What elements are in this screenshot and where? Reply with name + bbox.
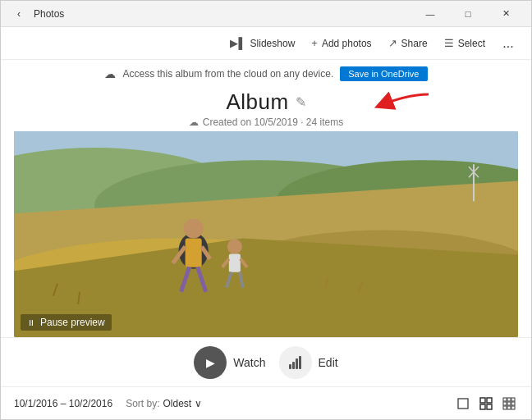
- svg-rect-44: [503, 406, 507, 409]
- slideshow-label: Slideshow: [250, 38, 296, 49]
- sort-by-dropdown[interactable]: Sort by: Oldest ∨: [126, 398, 202, 409]
- add-photos-icon: +: [311, 37, 318, 49]
- svg-rect-38: [503, 398, 507, 401]
- svg-rect-34: [480, 398, 485, 403]
- album-meta: ☁ Created on 10/5/2019 · 24 items: [189, 116, 343, 128]
- svg-point-16: [227, 240, 242, 254]
- photo-frame: ⏸ Pause preview: [14, 131, 518, 337]
- svg-rect-37: [487, 404, 492, 409]
- cloud-banner: ☁ Access this album from the cloud on an…: [1, 60, 531, 84]
- minimize-button[interactable]: —: [411, 1, 449, 27]
- window-controls: — □ ✕: [411, 1, 525, 27]
- app-title: Photos: [34, 8, 64, 20]
- cloud-icon: ☁: [104, 67, 116, 80]
- watch-button[interactable]: ▶ Watch: [194, 346, 265, 379]
- back-button[interactable]: ‹: [7, 2, 30, 25]
- save-onedrive-button[interactable]: Save in OneDrive: [340, 66, 427, 81]
- select-label: Select: [458, 38, 485, 49]
- svg-point-10: [184, 218, 204, 238]
- view-small-grid-button[interactable]: [500, 395, 518, 413]
- add-photos-label: Add photos: [322, 38, 372, 49]
- edit-icon-circle: [279, 346, 312, 379]
- play-icon: ▶: [206, 356, 215, 369]
- sort-value: Oldest: [163, 398, 191, 409]
- sort-by-label: Sort by:: [126, 398, 159, 409]
- svg-rect-17: [229, 254, 241, 272]
- svg-rect-42: [507, 402, 511, 405]
- photo-container: ⏸ Pause preview: [1, 131, 531, 337]
- album-meta-text: Created on 10/5/2019 · 24 items: [203, 116, 343, 128]
- select-icon: ☰: [444, 37, 454, 49]
- share-button[interactable]: ↗ Share: [382, 34, 434, 52]
- meta-cloud-icon: ☁: [189, 116, 199, 128]
- pause-label: Pause preview: [40, 317, 105, 328]
- edit-icon: [287, 354, 304, 371]
- svg-rect-46: [511, 406, 515, 409]
- date-range: 10/1/2016 – 10/2/2016: [14, 398, 112, 409]
- svg-rect-39: [507, 398, 511, 401]
- titlebar: ‹ Photos — □ ✕: [1, 1, 531, 27]
- svg-rect-40: [511, 398, 515, 401]
- edit-title-button[interactable]: ✎: [296, 94, 306, 110]
- album-header: Album ✎ ☁ Created on 10/5/2: [1, 84, 531, 131]
- slideshow-button[interactable]: ▶▌ Slideshow: [223, 34, 301, 52]
- svg-rect-36: [480, 404, 485, 409]
- svg-rect-29: [289, 364, 291, 369]
- svg-rect-33: [458, 399, 468, 409]
- select-button[interactable]: ☰ Select: [438, 34, 492, 52]
- svg-rect-31: [296, 358, 298, 369]
- view-single-button[interactable]: [454, 395, 472, 413]
- sort-chevron: ∨: [195, 398, 202, 409]
- share-icon: ↗: [388, 37, 397, 49]
- close-button[interactable]: ✕: [487, 1, 525, 27]
- pause-preview-button[interactable]: ⏸ Pause preview: [21, 314, 112, 331]
- footer-bar: 10/1/2016 – 10/2/2016 Sort by: Oldest ∨: [1, 386, 531, 419]
- svg-rect-30: [292, 362, 295, 369]
- edit-label: Edit: [319, 356, 338, 369]
- maximize-button[interactable]: □: [449, 1, 487, 27]
- play-icon-circle: ▶: [194, 346, 227, 379]
- action-bar: ▶ Watch Edit: [1, 337, 531, 386]
- svg-rect-43: [511, 402, 515, 405]
- album-title-row: Album ✎: [226, 89, 305, 115]
- svg-rect-35: [487, 398, 492, 403]
- toolbar: ▶▌ Slideshow + Add photos ↗ Share ☰ Sele…: [1, 27, 531, 60]
- more-button[interactable]: ...: [495, 30, 521, 57]
- app-window: ‹ Photos — □ ✕ ▶▌ Slideshow + Add photos…: [0, 0, 532, 420]
- photo-scene: [14, 131, 518, 337]
- cloud-text: Access this album from the cloud on any …: [122, 68, 333, 80]
- slideshow-icon: ▶▌: [230, 37, 245, 49]
- album-title: Album: [226, 89, 288, 115]
- edit-button[interactable]: Edit: [279, 346, 338, 379]
- main-content: ☁ Access this album from the cloud on an…: [1, 60, 531, 386]
- svg-rect-11: [186, 239, 202, 267]
- watch-label: Watch: [233, 356, 265, 369]
- arrow-annotation: [359, 88, 433, 124]
- svg-rect-45: [507, 406, 511, 409]
- add-photos-button[interactable]: + Add photos: [305, 34, 378, 52]
- share-label: Share: [401, 38, 428, 49]
- svg-rect-32: [299, 356, 301, 369]
- svg-rect-41: [503, 402, 507, 405]
- view-options: [454, 395, 518, 413]
- view-grid-button[interactable]: [477, 395, 495, 413]
- pause-icon: ⏸: [27, 318, 35, 327]
